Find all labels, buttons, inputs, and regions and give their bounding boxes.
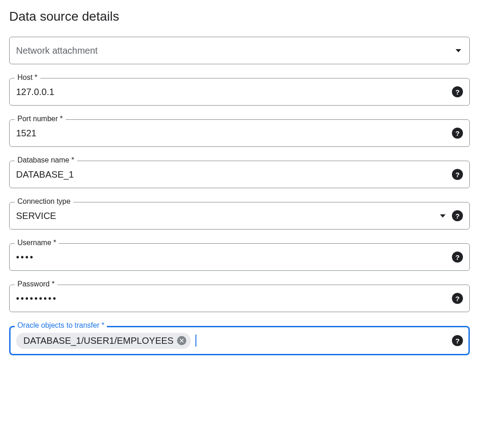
network-attachment-field: Network attachment xyxy=(9,37,470,64)
oracle-objects-input[interactable]: DATABASE_1/USER1/EMPLOYEES ? xyxy=(9,326,470,355)
chip-container: DATABASE_1/USER1/EMPLOYEES xyxy=(16,333,452,349)
connection-type-value: SERVICE xyxy=(16,211,440,221)
username-label: Username * xyxy=(15,239,59,247)
username-input[interactable]: •••• xyxy=(16,252,452,263)
database-input[interactable] xyxy=(16,161,452,188)
object-chip: DATABASE_1/USER1/EMPLOYEES xyxy=(16,333,191,349)
connection-type-label: Connection type xyxy=(15,197,73,206)
help-icon[interactable]: ? xyxy=(452,128,463,139)
database-label: Database name * xyxy=(15,156,77,164)
close-icon[interactable] xyxy=(177,336,186,345)
username-input-outline: •••• ? xyxy=(9,243,470,271)
host-input[interactable] xyxy=(16,78,452,105)
help-icon[interactable]: ? xyxy=(452,252,463,263)
help-icon[interactable]: ? xyxy=(452,293,463,304)
chevron-down-icon xyxy=(456,49,461,52)
host-input-outline: ? xyxy=(9,78,470,106)
chip-label: DATABASE_1/USER1/EMPLOYEES xyxy=(23,336,173,346)
port-label: Port number * xyxy=(15,115,66,123)
connection-type-field: Connection type SERVICE ? xyxy=(9,202,470,230)
help-icon[interactable]: ? xyxy=(452,335,463,346)
host-label: Host * xyxy=(15,73,40,82)
port-field: Port number * ? xyxy=(9,119,470,147)
network-attachment-select[interactable]: Network attachment xyxy=(9,37,470,64)
password-input-outline: ••••••••• ? xyxy=(9,285,470,312)
page-title: Data source details xyxy=(9,9,470,24)
text-cursor xyxy=(195,335,196,347)
network-attachment-placeholder: Network attachment xyxy=(16,45,456,56)
password-input[interactable]: ••••••••• xyxy=(16,293,452,304)
help-icon[interactable]: ? xyxy=(452,86,463,97)
help-icon[interactable]: ? xyxy=(452,169,463,180)
help-icon[interactable]: ? xyxy=(452,210,463,221)
database-input-outline: ? xyxy=(9,161,470,188)
username-field: Username * •••• ? xyxy=(9,243,470,271)
password-label: Password * xyxy=(15,280,57,288)
chevron-down-icon xyxy=(440,214,446,218)
database-field: Database name * ? xyxy=(9,161,470,188)
oracle-objects-label: Oracle objects to transfer * xyxy=(15,321,107,330)
port-input-outline: ? xyxy=(9,119,470,147)
connection-type-select[interactable]: SERVICE ? xyxy=(9,202,470,230)
form-container: Network attachment Host * ? Port number … xyxy=(9,37,470,355)
port-input[interactable] xyxy=(16,120,452,146)
host-field: Host * ? xyxy=(9,78,470,106)
oracle-objects-field: Oracle objects to transfer * DATABASE_1/… xyxy=(9,326,470,355)
password-field: Password * ••••••••• ? xyxy=(9,285,470,312)
